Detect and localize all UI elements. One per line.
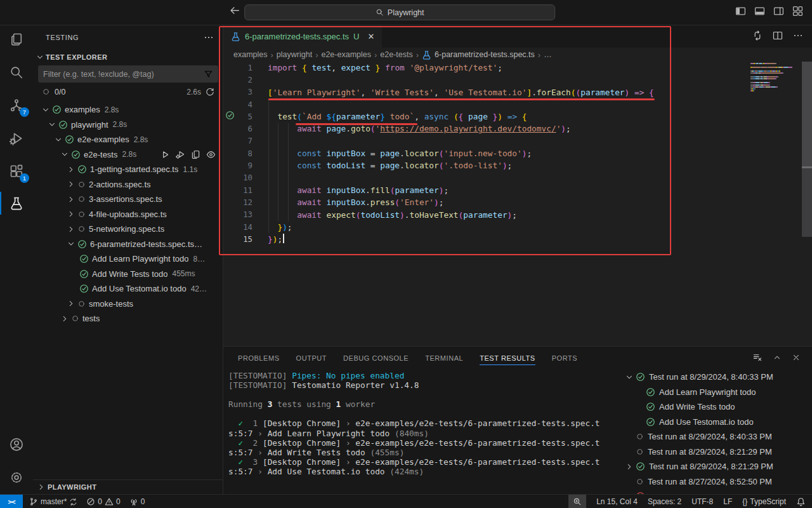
test-tree-item[interactable]: 6-parametrized-tests.spec.ts…	[33, 237, 223, 252]
sidebar-item-source-control[interactable]: 7	[0, 91, 33, 119]
chevron-down-icon[interactable]	[60, 149, 70, 159]
chevron-down-icon[interactable]	[66, 239, 76, 249]
tunnel-status[interactable]: 0	[129, 497, 145, 506]
filter-icon[interactable]	[204, 69, 213, 79]
close-panel-icon[interactable]	[792, 352, 801, 362]
chevron-right-icon[interactable]	[66, 298, 76, 309]
sidebar-item-extensions[interactable]: 1	[0, 157, 33, 185]
customize-layout-icon[interactable]	[792, 6, 803, 17]
test-run-item[interactable]: Test run at 8/29/2024, 8:40:33 PM	[620, 370, 812, 385]
go-to-file-icon[interactable]	[191, 150, 200, 159]
run-icon[interactable]	[160, 150, 170, 159]
test-tree-item[interactable]: Add Use Testomat.io todo42…	[33, 281, 223, 297]
zoom-status[interactable]	[568, 495, 586, 508]
code-line[interactable]: await page.goto('https://demo.playwright…	[268, 123, 769, 135]
panel-tab-problems[interactable]: PROBLEMS	[238, 347, 280, 369]
cursor-position-status[interactable]: Ln 15, Col 4	[596, 497, 638, 506]
debug-icon[interactable]	[176, 150, 185, 159]
chevron-down-icon[interactable]	[53, 135, 63, 145]
back-arrow-icon[interactable]	[230, 5, 240, 16]
sidebar-item-search[interactable]	[0, 58, 33, 86]
open-changes-icon[interactable]	[752, 30, 763, 41]
breadcrumb-item[interactable]: …	[544, 50, 552, 59]
panel-tab-ports[interactable]: PORTS	[552, 347, 577, 369]
chevron-right-icon[interactable]	[66, 194, 76, 204]
toggle-sidebar-icon[interactable]	[735, 6, 746, 17]
accounts-button[interactable]	[0, 431, 33, 458]
settings-button[interactable]	[0, 464, 33, 491]
toggle-panel-icon[interactable]	[754, 6, 765, 17]
tab-parametrized-tests[interactable]: 6-parametrized-tests.spec.ts U ✕	[223, 25, 382, 48]
code-line[interactable]: const todoList = page.locator('.todo-lis…	[268, 159, 769, 171]
indentation-status[interactable]: Spaces: 2	[648, 497, 681, 506]
code-line[interactable]	[268, 74, 769, 86]
language-status[interactable]: {} TypeScript	[742, 497, 786, 506]
test-run-item[interactable]: Test run at 8/27/2024, 8:52:50 PM	[620, 474, 812, 490]
panel-tab-debug-console[interactable]: DEBUG CONSOLE	[343, 347, 409, 369]
test-tree-item[interactable]: 5-networking.spec.ts	[33, 222, 223, 237]
chevron-down-icon[interactable]	[47, 119, 57, 130]
test-tree-item[interactable]: e2e-tests2.8s	[33, 147, 223, 163]
watch-icon[interactable]	[206, 150, 216, 159]
test-filter-input[interactable]	[43, 70, 204, 79]
code-line[interactable]	[268, 98, 769, 110]
close-tab-icon[interactable]: ✕	[367, 32, 374, 41]
test-run-item[interactable]	[620, 489, 812, 494]
test-run-item[interactable]: Add Use Testomat.io todo	[620, 415, 812, 430]
code-line[interactable]	[268, 172, 769, 184]
scrollbar-track[interactable]	[802, 168, 812, 237]
chevron-right-icon[interactable]	[66, 209, 76, 219]
test-tree-item[interactable]: Add Learn Playwright todo8…	[33, 251, 223, 267]
code-line[interactable]	[268, 135, 769, 147]
problems-status[interactable]: 0 0	[86, 497, 120, 506]
clear-results-icon[interactable]	[753, 352, 763, 362]
code-area[interactable]: import { test, expect } from '@playwrigh…	[268, 62, 769, 245]
playwright-section-header[interactable]: PLAYWRIGHT	[33, 479, 223, 494]
command-center-search[interactable]: Playwright	[244, 4, 555, 20]
code-line[interactable]: test(`Add ${parameter} todo`, async ({ p…	[268, 110, 769, 123]
chevron-down-icon[interactable]	[624, 372, 634, 382]
more-actions-icon[interactable]	[793, 30, 803, 41]
test-explorer-header[interactable]: TEST EXPLORER	[36, 50, 221, 64]
test-tree-item[interactable]: 4-file-uploads.spec.ts	[33, 207, 223, 222]
code-line[interactable]: import { test, expect } from '@playwrigh…	[268, 62, 769, 74]
chevron-down-icon[interactable]	[41, 105, 51, 115]
test-tree-item[interactable]: 3-assertions.spec.ts	[33, 192, 223, 207]
scrollbar-thumb[interactable]	[802, 62, 812, 166]
bell-icon[interactable]	[796, 497, 806, 507]
remote-indicator[interactable]: ><	[0, 495, 23, 508]
panel-tab-terminal[interactable]: TERMINAL	[425, 347, 463, 369]
code-line[interactable]: await inputBox.press('Enter');	[268, 196, 769, 208]
test-run-item[interactable]: Test run at 8/29/2024, 8:40:33 PM	[620, 429, 812, 444]
breadcrumb-item[interactable]: examples	[233, 50, 268, 59]
test-tree-item[interactable]: smoke-tests	[33, 297, 223, 312]
test-tree-item[interactable]: e2e-examples2.8s	[33, 132, 223, 147]
chevron-right-icon[interactable]	[66, 179, 76, 189]
code-line[interactable]: await inputBox.fill(parameter);	[268, 184, 769, 196]
test-run-item[interactable]: Add Write Tests todo	[620, 399, 812, 415]
code-line[interactable]: await expect(todoList).toHaveText(parame…	[268, 209, 769, 221]
code-line[interactable]: ['Learn Playwright', 'Write Tests', 'Use…	[268, 86, 769, 98]
chevron-right-icon[interactable]	[624, 462, 634, 472]
maximize-panel-icon[interactable]	[773, 352, 782, 362]
chevron-right-icon[interactable]	[66, 164, 76, 175]
test-tree-item[interactable]: examples2.8s	[33, 102, 223, 117]
minimap[interactable]	[750, 63, 791, 92]
test-tree-item[interactable]: Add Write Tests todo455ms	[33, 267, 223, 282]
encoding-status[interactable]: UTF-8	[691, 497, 713, 506]
eol-status[interactable]: LF	[723, 497, 732, 506]
test-run-item[interactable]: Add Learn Playwright todo	[620, 385, 812, 400]
toggle-secondary-sidebar-icon[interactable]	[773, 6, 784, 17]
breadcrumb-item[interactable]: 6-parametrized-tests.spec.ts	[422, 50, 535, 60]
chevron-right-icon[interactable]	[66, 224, 76, 234]
code-line[interactable]: });	[268, 221, 769, 233]
branch-status[interactable]: master*	[29, 497, 77, 506]
test-tree-item[interactable]: 2-actions.spec.ts	[33, 177, 223, 192]
sidebar-item-explorer[interactable]	[0, 25, 33, 53]
split-editor-icon[interactable]	[773, 30, 783, 41]
test-tree-item[interactable]: tests	[33, 311, 223, 326]
code-line[interactable]: const inputBox = page.locator('input.new…	[268, 147, 769, 159]
refresh-icon[interactable]	[206, 88, 214, 97]
test-tree-item[interactable]: 1-getting-started.spec.ts1.1s	[33, 162, 223, 177]
test-run-item[interactable]: Test run at 8/29/2024, 8:21:29 PM	[620, 444, 812, 460]
